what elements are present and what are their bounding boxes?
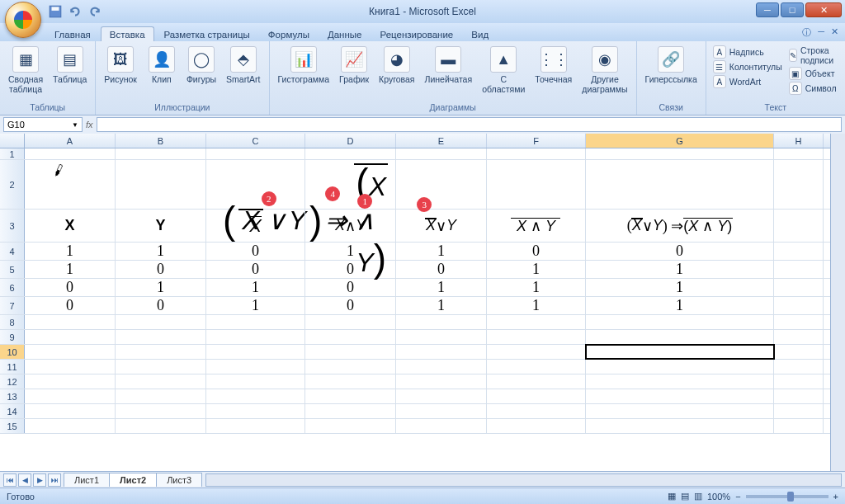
help-icon[interactable]: ⓘ xyxy=(802,26,811,39)
cell-B1[interactable] xyxy=(116,148,206,159)
cell-C7[interactable]: 1 xyxy=(206,297,305,314)
cell-F10[interactable] xyxy=(487,345,586,359)
cell-G13[interactable] xyxy=(586,389,774,403)
sheet-nav-first[interactable]: ⏮ xyxy=(3,473,17,487)
column-header-C[interactable]: C xyxy=(206,134,305,148)
other-charts-button[interactable]: ◉Другие диаграммы xyxy=(578,45,630,96)
sheet-tab-Лист2[interactable]: Лист2 xyxy=(109,473,157,487)
horizontal-scrollbar[interactable] xyxy=(205,473,842,487)
cell-H5[interactable] xyxy=(774,261,824,278)
cell-F1[interactable] xyxy=(487,148,586,159)
sheet-tab-Лист1[interactable]: Лист1 xyxy=(64,473,110,487)
cell-B13[interactable] xyxy=(116,389,206,403)
cell-E5[interactable]: 0 xyxy=(396,261,487,278)
cell-E3[interactable]: X ∨ Y xyxy=(396,210,487,242)
view-normal-icon[interactable]: ▦ xyxy=(668,491,676,502)
cell-B4[interactable]: 1 xyxy=(116,243,206,260)
cell-E9[interactable] xyxy=(396,330,487,344)
cell-E7[interactable]: 1 xyxy=(396,297,487,314)
cell-H9[interactable] xyxy=(774,330,824,344)
cell-C2[interactable] xyxy=(206,160,305,209)
column-header-F[interactable]: F xyxy=(487,134,586,148)
cell-G8[interactable] xyxy=(586,315,774,329)
cell-B2[interactable] xyxy=(116,160,206,209)
cell-A2[interactable]: (X ∨ 2Y)⇒43(X ∧1 Y)🖌 xyxy=(25,160,116,209)
cell-C10[interactable] xyxy=(206,345,305,359)
cell-F11[interactable] xyxy=(487,360,586,374)
undo-icon[interactable] xyxy=(68,4,83,19)
row-header-7[interactable]: 7 xyxy=(0,297,25,314)
cell-B6[interactable]: 1 xyxy=(116,279,206,296)
shapes-button[interactable]: ◯Фигуры xyxy=(183,45,220,86)
row-header-15[interactable]: 15 xyxy=(0,419,25,433)
scatter-chart-button[interactable]: ⋮⋮Точечная xyxy=(531,45,575,86)
wordart-button[interactable]: AWordArt xyxy=(711,74,784,89)
cell-C11[interactable] xyxy=(206,360,305,374)
cell-G6[interactable]: 1 xyxy=(586,279,774,296)
cell-E12[interactable] xyxy=(396,374,487,389)
cell-F4[interactable]: 0 xyxy=(487,243,586,260)
row-header-14[interactable]: 14 xyxy=(0,404,25,418)
view-pagelayout-icon[interactable]: ▤ xyxy=(681,491,689,502)
cell-A11[interactable] xyxy=(25,360,116,374)
cell-F14[interactable] xyxy=(487,404,586,418)
save-icon[interactable] xyxy=(48,4,63,19)
cell-A14[interactable] xyxy=(25,404,116,418)
column-header-B[interactable]: B xyxy=(116,134,206,148)
cell-B15[interactable] xyxy=(116,419,206,433)
cell-A13[interactable] xyxy=(25,389,116,403)
cell-A4[interactable]: 1 xyxy=(25,243,116,260)
smartart-button[interactable]: ⬘SmartArt xyxy=(223,45,263,86)
table-button[interactable]: ▤Таблица xyxy=(50,45,90,86)
cell-C6[interactable]: 1 xyxy=(206,279,305,296)
picture-button[interactable]: 🖼Рисунок xyxy=(101,45,140,86)
cell-D3[interactable]: X ∧ Y xyxy=(305,210,396,242)
minimize-button[interactable]: ─ xyxy=(756,2,779,17)
cell-D9[interactable] xyxy=(305,330,396,344)
row-header-2[interactable]: 2 xyxy=(0,160,25,209)
cell-C3[interactable]: X xyxy=(206,210,305,242)
tab-pagelayout[interactable]: Разметка страницы xyxy=(156,27,258,41)
cell-G15[interactable] xyxy=(586,419,774,433)
sigline-button[interactable]: ✎Строка подписи xyxy=(787,45,840,66)
row-header-4[interactable]: 4 xyxy=(0,243,25,260)
cell-A10[interactable] xyxy=(25,345,116,359)
cell-D13[interactable] xyxy=(305,389,396,403)
cell-H13[interactable] xyxy=(774,389,824,403)
cell-F15[interactable] xyxy=(487,419,586,433)
cell-E14[interactable] xyxy=(396,404,487,418)
cell-D8[interactable] xyxy=(305,315,396,329)
cell-D6[interactable]: 0 xyxy=(305,279,396,296)
cell-D5[interactable]: 0 xyxy=(305,261,396,278)
cell-D2[interactable] xyxy=(305,160,396,209)
cell-D14[interactable] xyxy=(305,404,396,418)
pivot-table-button[interactable]: ▦Сводная таблица xyxy=(5,45,46,96)
cell-H1[interactable] xyxy=(774,148,824,159)
tab-view[interactable]: Вид xyxy=(463,27,497,41)
cell-D7[interactable]: 0 xyxy=(305,297,396,314)
sheet-nav-last[interactable]: ⏭ xyxy=(48,473,61,487)
sheet-nav-prev[interactable]: ◀ xyxy=(18,473,31,487)
cell-G11[interactable] xyxy=(586,360,774,374)
line-chart-button[interactable]: 📈График xyxy=(336,45,372,86)
cell-H14[interactable] xyxy=(774,404,824,418)
sheet-tab-Лист3[interactable]: Лист3 xyxy=(156,473,202,487)
close-workbook-icon[interactable]: ✕ xyxy=(831,26,838,39)
zoom-slider[interactable] xyxy=(746,495,828,498)
cell-C12[interactable] xyxy=(206,374,305,389)
cell-F3[interactable]: X ∧ Y xyxy=(487,210,586,242)
cell-C4[interactable]: 0 xyxy=(206,243,305,260)
bar-chart-button[interactable]: ▬Линейчатая xyxy=(422,45,476,86)
fx-label[interactable]: fx xyxy=(86,120,93,130)
view-pagebreak-icon[interactable]: ▥ xyxy=(694,491,702,502)
cell-H8[interactable] xyxy=(774,315,824,329)
cell-A7[interactable]: 0 xyxy=(25,297,116,314)
row-header-10[interactable]: 10 xyxy=(0,345,25,359)
headerfooter-button[interactable]: ☰Колонтитулы xyxy=(711,59,784,74)
textbox-button[interactable]: AНадпись xyxy=(711,45,784,59)
cell-B10[interactable] xyxy=(116,345,206,359)
sheet-nav-next[interactable]: ▶ xyxy=(33,473,46,487)
cell-A8[interactable] xyxy=(25,315,116,329)
cell-D1[interactable] xyxy=(305,148,396,159)
cell-E4[interactable]: 1 xyxy=(396,243,487,260)
